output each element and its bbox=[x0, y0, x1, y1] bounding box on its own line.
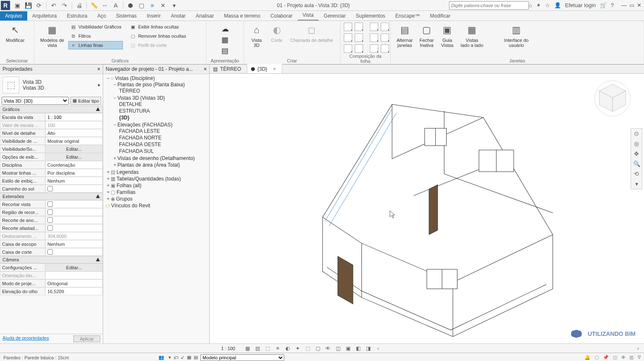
print-icon[interactable]: 🖨 bbox=[75, 2, 83, 9]
visual-style-icon[interactable]: ⬚ bbox=[264, 345, 271, 352]
display-options-button[interactable]: Editar... bbox=[45, 153, 103, 161]
tree-item-terreo[interactable]: TÉRREO bbox=[119, 88, 140, 94]
tree-item-grupos[interactable]: Grupos bbox=[116, 196, 132, 202]
section-box-checkbox[interactable] bbox=[45, 248, 103, 256]
tab-views-button[interactable]: ▣Guia Vistas bbox=[438, 23, 457, 49]
gallery-icon[interactable]: ▦ bbox=[221, 35, 229, 44]
tag-icon[interactable]: 🏷 bbox=[174, 355, 178, 360]
vg-edit-button[interactable]: Editar... bbox=[45, 145, 103, 153]
sun-path-icon[interactable]: ☀ bbox=[274, 345, 281, 352]
tab-inserir[interactable]: Inserir bbox=[142, 11, 166, 21]
tab-close-icon[interactable]: × bbox=[273, 66, 276, 72]
view-tab-3d[interactable]: ⬢{3D}× bbox=[247, 64, 282, 73]
tab-massa[interactable]: Massa e terreno bbox=[219, 11, 265, 21]
tab-anotar[interactable]: Anotar bbox=[166, 11, 190, 21]
tree-item-desenho[interactable]: Vistas de desenho (Detalhamento) bbox=[117, 155, 195, 161]
filter-count-icon[interactable]: ∇ bbox=[638, 355, 641, 360]
communicate-icon[interactable]: ✶ bbox=[536, 2, 541, 8]
tab-aco[interactable]: Aço bbox=[92, 11, 111, 21]
scale-input[interactable] bbox=[45, 113, 103, 121]
temp-hide-icon[interactable]: ◫ bbox=[335, 345, 341, 352]
look-icon[interactable]: ▾ bbox=[635, 180, 638, 187]
sheet-comp-6[interactable] bbox=[355, 44, 363, 53]
select-elements-icon[interactable]: ▢ bbox=[595, 355, 599, 360]
sheet-comp-11[interactable] bbox=[370, 44, 378, 53]
tree-item-legendas[interactable]: Legendas bbox=[117, 169, 139, 175]
tree-item-leste[interactable]: FACHADA LESTE bbox=[119, 128, 160, 134]
model-groups-icon[interactable]: ▦ bbox=[187, 355, 191, 360]
render-settings-icon[interactable]: ▤ bbox=[221, 46, 229, 55]
section-icon[interactable]: ▢ bbox=[138, 2, 145, 9]
viewcube[interactable] bbox=[594, 80, 631, 117]
zoom-icon[interactable]: 🔍 bbox=[633, 160, 640, 167]
tab-suplementos[interactable]: Suplementos bbox=[351, 11, 390, 21]
highlight-icon[interactable]: ◨ bbox=[365, 345, 371, 352]
sheet-comp-12[interactable] bbox=[381, 44, 389, 53]
3d-icon[interactable]: ⬢ bbox=[127, 2, 134, 9]
browser-close-icon[interactable]: × bbox=[204, 66, 207, 72]
scale-display[interactable]: 1 : 100 bbox=[216, 346, 241, 351]
show-hidden-button[interactable]: ▣Exibir linhas ocultas bbox=[128, 23, 187, 31]
filters-button[interactable]: ⧉Filtros bbox=[68, 32, 123, 40]
tab-analisar[interactable]: Analisar bbox=[191, 11, 219, 21]
sheet-comp-3[interactable] bbox=[344, 34, 352, 42]
switch-windows-icon[interactable]: ▾ bbox=[170, 2, 178, 9]
type-dropdown-icon[interactable]: ▾ bbox=[98, 83, 100, 88]
tab-vista[interactable]: Vista bbox=[298, 10, 319, 21]
sheet-comp-5[interactable] bbox=[344, 44, 352, 53]
nav-right-icon[interactable]: › bbox=[635, 345, 641, 352]
tree-item-vinculos[interactable]: Vínculos do Revit bbox=[111, 203, 150, 209]
switch-windows-button[interactable]: ▤Alternar janelas bbox=[394, 23, 415, 49]
exchange-icon[interactable]: 🛒 bbox=[600, 2, 607, 8]
sun-path-checkbox[interactable] bbox=[45, 185, 103, 193]
properties-close-icon[interactable]: × bbox=[97, 66, 100, 72]
sheet-comp-10[interactable] bbox=[381, 34, 389, 42]
user-icon[interactable]: 👤 bbox=[554, 2, 561, 8]
sheet-comp-1[interactable] bbox=[344, 23, 352, 31]
close-icon[interactable]: ✕ bbox=[637, 2, 641, 8]
tree-item-folhas[interactable]: Folhas (all) bbox=[117, 183, 141, 188]
far-clip-checkbox[interactable] bbox=[45, 224, 103, 232]
tree-item-estrutura[interactable]: ESTRUTURA bbox=[119, 108, 150, 114]
shadows-icon[interactable]: ◐ bbox=[284, 345, 291, 352]
tree-item-sul[interactable]: FACHADA SUL bbox=[119, 148, 154, 154]
editable-icon[interactable]: ▤ bbox=[194, 355, 198, 360]
measure-icon[interactable]: 📏 bbox=[90, 2, 98, 9]
crop-icon[interactable]: ⬚ bbox=[304, 345, 311, 352]
close-inactive-button[interactable]: ▢Fechar Inativa bbox=[417, 23, 436, 49]
select-link-icon[interactable]: ▾ bbox=[169, 355, 171, 360]
crop-view-checkbox[interactable] bbox=[45, 200, 103, 208]
drag-icon[interactable]: ✥ bbox=[621, 355, 625, 360]
sheet-comp-7[interactable] bbox=[370, 23, 378, 31]
edit-type-button[interactable]: ▦ Editar tipo bbox=[70, 97, 101, 105]
text-icon[interactable]: A bbox=[112, 2, 119, 9]
thin-lines-button[interactable]: ≡Linhas finas bbox=[68, 41, 123, 49]
nav-left-icon[interactable]: ‹ bbox=[375, 345, 382, 352]
minimize-icon[interactable]: — bbox=[621, 2, 627, 8]
tab-modificar[interactable]: Modificar bbox=[425, 11, 456, 21]
tab-estrutura[interactable]: Estrutura bbox=[62, 11, 92, 21]
tree-item-oeste[interactable]: FACHADA OESTE bbox=[119, 142, 161, 147]
help-icon[interactable]: ? bbox=[611, 2, 614, 8]
modify-button[interactable]: ↖ Modificar bbox=[3, 23, 27, 44]
sheet-comp-8[interactable] bbox=[381, 23, 389, 31]
dimension-icon[interactable]: ↔ bbox=[101, 2, 109, 9]
leader-icon[interactable]: ↙ bbox=[181, 355, 184, 360]
visibility-graphics-button[interactable]: ▤Visibilidade/ Gráficos bbox=[68, 23, 123, 31]
3dview-button[interactable]: ⌂ Vista 3D bbox=[247, 23, 266, 49]
open-icon[interactable]: ▣ bbox=[13, 2, 21, 9]
view-templates-button[interactable]: ▦ Modelos de vista bbox=[38, 23, 67, 49]
tab-gerenciar[interactable]: Gerenciar bbox=[319, 11, 351, 21]
tab-enscape[interactable]: Enscape™ bbox=[390, 11, 425, 21]
detail-level-icon[interactable]: ▤ bbox=[254, 345, 261, 352]
tab-arquivo[interactable]: Arquivo bbox=[0, 11, 27, 21]
full-nav-icon[interactable]: ⊙ bbox=[634, 130, 639, 137]
search-input[interactable] bbox=[449, 1, 529, 10]
filter-status-icon[interactable]: 🔔 bbox=[584, 355, 590, 360]
wheel-icon[interactable]: ◎ bbox=[634, 140, 639, 147]
undo-icon[interactable]: ↶ bbox=[50, 2, 57, 9]
render-dialog-icon[interactable]: ✦ bbox=[294, 345, 301, 352]
tab-sistemas[interactable]: Sistemas bbox=[111, 11, 142, 21]
close-inactive-icon[interactable]: ✕ bbox=[159, 2, 167, 9]
select-face-icon[interactable]: ◫ bbox=[613, 355, 617, 360]
